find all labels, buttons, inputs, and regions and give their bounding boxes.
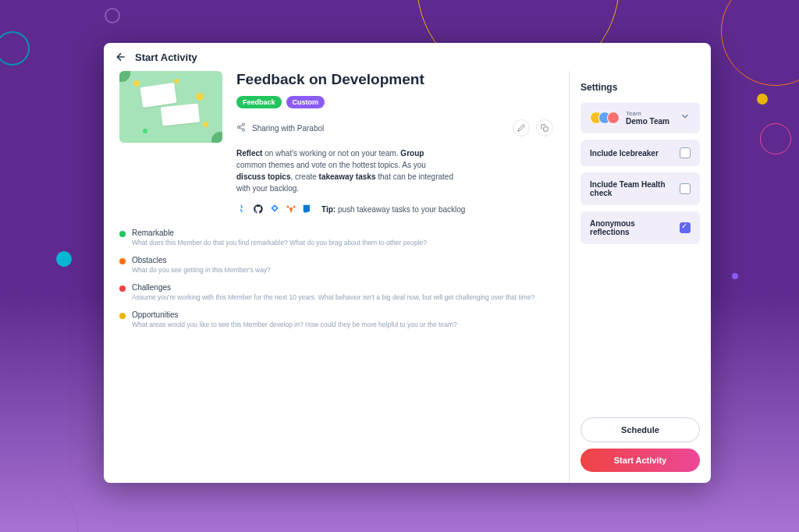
- setting-icebreaker[interactable]: Include Icebreaker: [581, 140, 700, 166]
- prompt-title: Obstacles: [132, 256, 553, 264]
- header-title: Start Activity: [135, 51, 197, 63]
- svg-point-0: [243, 123, 245, 126]
- svg-point-1: [238, 126, 240, 129]
- setting-anonymous[interactable]: Anonymous reflections: [581, 211, 700, 244]
- avatar: [607, 112, 620, 124]
- sidebar-title: Settings: [581, 82, 700, 93]
- svg-rect-5: [544, 127, 548, 131]
- prompt-item: Obstacles What do you see getting in thi…: [119, 256, 553, 275]
- prompt-description: What do you see getting in this Member's…: [132, 266, 553, 275]
- svg-point-2: [243, 129, 245, 131]
- team-name: Demo Team: [626, 117, 673, 126]
- integrations-row: Tip: push takeaway tasks to your backlog: [236, 204, 553, 215]
- tag-feedback: Feedback: [236, 96, 282, 108]
- team-selector[interactable]: Team Demo Team: [581, 102, 700, 133]
- prompt-list: Remarkable What does this Member do that…: [119, 229, 553, 330]
- copy-button[interactable]: [536, 119, 553, 137]
- prompt-item: Challenges Assume you're working with th…: [119, 283, 553, 303]
- setting-label: Anonymous reflections: [590, 219, 673, 236]
- github-icon: [253, 204, 264, 215]
- bg-decoration: [105, 8, 120, 23]
- bg-decoration: [760, 123, 791, 154]
- setting-team-health[interactable]: Include Team Health check: [581, 172, 700, 205]
- details-column: Feedback on Development Feedback Custom …: [236, 71, 553, 467]
- prompt-title: Opportunities: [132, 310, 553, 319]
- body: Feedback on Development Feedback Custom …: [104, 71, 711, 483]
- bg-decoration: [732, 273, 738, 279]
- chevron-down-icon: [680, 111, 691, 125]
- template-description: Reflect on what's working or not on your…: [236, 147, 455, 194]
- edit-button[interactable]: [513, 119, 530, 137]
- main-content: Feedback on Development Feedback Custom …: [104, 71, 569, 483]
- gitlab-icon: [286, 204, 297, 215]
- sharing-text: Sharing with Parabol: [252, 124, 506, 133]
- svg-line-3: [240, 128, 243, 129]
- tag-custom: Custom: [286, 96, 325, 108]
- prompt-title: Remarkable: [132, 229, 553, 237]
- prompt-item: Opportunities What areas would you like …: [119, 310, 553, 330]
- checkbox-icon: [680, 147, 691, 158]
- app-window: Start Activity Feedback on Development F…: [104, 43, 711, 483]
- team-avatars: [590, 112, 620, 124]
- prompt-color-dot: [119, 286, 126, 292]
- team-info: Team Demo Team: [626, 110, 673, 126]
- back-button[interactable]: [115, 51, 127, 63]
- bg-decoration: [56, 251, 72, 267]
- share-row: Sharing with Parabol: [236, 119, 553, 137]
- jira-icon: [236, 204, 247, 215]
- sidebar-footer: Schedule Start Activity: [581, 417, 700, 472]
- azure-icon: [302, 204, 313, 215]
- team-label: Team: [626, 110, 673, 117]
- schedule-button[interactable]: Schedule: [581, 417, 700, 442]
- prompt-description: What does this Member do that you find r…: [132, 239, 553, 248]
- tip-text: Tip: push takeaway tasks to your backlog: [321, 205, 465, 214]
- svg-line-4: [240, 125, 243, 126]
- bg-decoration: [0, 27, 34, 69]
- prompt-description: Assume you're working with this Member f…: [132, 293, 553, 303]
- bg-decoration: [0, 470, 78, 532]
- page-title: Feedback on Development: [236, 71, 553, 88]
- prompt-color-dot: [119, 313, 126, 319]
- setting-label: Include Team Health check: [590, 180, 673, 197]
- share-icon: [236, 121, 246, 135]
- header: Start Activity: [104, 43, 711, 71]
- tag-row: Feedback Custom: [236, 96, 553, 108]
- jira-blue-icon: [269, 204, 280, 215]
- prompt-description: What areas would you like to see this Me…: [132, 321, 553, 330]
- settings-sidebar: Settings Team Demo Team Include Icebreak…: [569, 71, 711, 483]
- checkbox-icon: [680, 183, 691, 194]
- bg-decoration: [721, 0, 799, 86]
- start-activity-button[interactable]: Start Activity: [581, 449, 700, 472]
- prompt-title: Challenges: [132, 283, 553, 292]
- setting-label: Include Icebreaker: [590, 149, 659, 158]
- prompt-color-dot: [119, 258, 126, 264]
- template-illustration: [119, 71, 222, 143]
- checkbox-checked-icon: [680, 222, 691, 233]
- prompt-color-dot: [119, 231, 126, 237]
- prompt-item: Remarkable What does this Member do that…: [119, 229, 553, 248]
- bg-decoration: [757, 94, 768, 105]
